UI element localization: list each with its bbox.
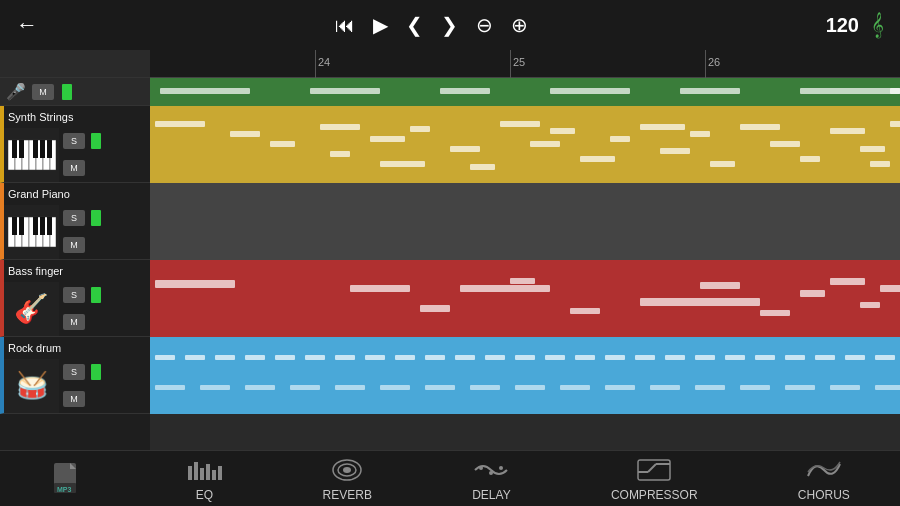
note (650, 385, 680, 390)
bass-finger-lane[interactable] (150, 260, 900, 337)
note (245, 385, 275, 390)
note (690, 131, 710, 137)
rock-drum-name: Rock drum (8, 342, 146, 354)
note (890, 88, 900, 94)
grand-piano-icon (4, 205, 59, 259)
guitar-icon: 🎸 (14, 292, 49, 325)
note (830, 278, 865, 285)
note (485, 355, 505, 360)
note (455, 355, 475, 360)
note (425, 355, 445, 360)
grand-piano-row-m: M (59, 232, 150, 259)
rock-drum-m-button[interactable]: M (63, 391, 85, 407)
synth-strings-s-button[interactable]: S (63, 133, 85, 149)
chorus-label: CHORUS (798, 488, 850, 502)
ruler-line-26 (705, 50, 706, 78)
delay-visual (473, 458, 509, 482)
note (785, 385, 815, 390)
next-button[interactable]: ❯ (441, 13, 458, 37)
synth-strings-name: Synth Strings (8, 111, 146, 123)
bass-finger-track-item[interactable]: Bass finger 🎸 S M (0, 260, 150, 337)
note (350, 285, 410, 292)
bass-finger-m-button[interactable]: M (63, 314, 85, 330)
note (215, 355, 235, 360)
rock-drum-controls: S M (59, 359, 150, 413)
reverb-button[interactable]: REVERB (323, 456, 372, 502)
svg-rect-23 (47, 217, 52, 235)
note (700, 282, 740, 289)
note (290, 385, 320, 390)
svg-point-38 (499, 466, 503, 470)
note (155, 385, 185, 390)
grand-piano-m-button[interactable]: M (63, 237, 85, 253)
master-lane[interactable] (150, 78, 900, 106)
chorus-button[interactable]: CHORUS (798, 456, 850, 502)
eq-visual (186, 458, 222, 482)
piano-icon-2 (8, 212, 56, 252)
eq-button[interactable]: EQ (186, 456, 222, 502)
chorus-visual (806, 458, 842, 482)
play-button[interactable]: ▶ (373, 13, 388, 37)
compressor-label: COMPRESSOR (611, 488, 698, 502)
back-button[interactable]: ← (16, 12, 38, 38)
ruler-mark-25: 25 (513, 56, 525, 68)
header: ← ⏮ ▶ ❮ ❯ ⊖ ⊕ 120 𝄞 (0, 0, 900, 50)
note (365, 355, 385, 360)
compressor-button[interactable]: COMPRESSOR (611, 456, 698, 502)
synth-strings-icon (4, 128, 59, 182)
note (800, 88, 900, 94)
mp3-export-button[interactable]: MP3 (50, 465, 86, 493)
zoom-out-button[interactable]: ⊖ (476, 13, 493, 37)
grand-piano-s-button[interactable]: S (63, 210, 85, 226)
note (870, 161, 890, 167)
zoom-in-button[interactable]: ⊕ (511, 13, 528, 37)
svg-rect-20 (19, 217, 24, 235)
rock-drum-track-item[interactable]: Rock drum 🥁 S M (0, 337, 150, 414)
svg-rect-22 (40, 217, 45, 235)
note (550, 128, 575, 134)
header-left: ← (16, 12, 38, 38)
note (680, 88, 740, 94)
note (310, 88, 380, 94)
note (785, 355, 805, 360)
prev-button[interactable]: ❮ (406, 13, 423, 37)
rock-drum-lane[interactable] (150, 337, 900, 414)
note (335, 385, 365, 390)
note (860, 302, 880, 308)
note (185, 355, 205, 360)
synth-strings-row-s: S (59, 128, 150, 155)
ruler-mark-26: 26 (708, 56, 720, 68)
synth-strings-lane[interactable] (150, 106, 900, 183)
delay-button[interactable]: DELAY (472, 456, 510, 502)
note (440, 88, 490, 94)
note (160, 88, 250, 94)
svg-text:MP3: MP3 (57, 486, 72, 493)
note (470, 164, 495, 170)
note (380, 385, 410, 390)
bass-finger-green-bar (91, 287, 101, 303)
synth-strings-track-item[interactable]: Synth Strings (0, 106, 150, 183)
bass-finger-s-button[interactable]: S (63, 287, 85, 303)
green-track-item: 🎤 M (0, 78, 150, 106)
note (420, 305, 450, 312)
note (510, 278, 535, 284)
rock-drum-icon: 🥁 (4, 359, 59, 413)
note (335, 355, 355, 360)
grand-piano-lane[interactable] (150, 183, 900, 260)
note (305, 355, 325, 360)
note (640, 298, 760, 306)
note (740, 124, 780, 130)
rock-drum-s-button[interactable]: S (63, 364, 85, 380)
skip-back-button[interactable]: ⏮ (335, 14, 355, 37)
metronome-icon[interactable]: 𝄞 (871, 12, 884, 38)
note (530, 141, 560, 147)
svg-rect-32 (218, 466, 222, 480)
synth-strings-m-button[interactable]: M (63, 160, 85, 176)
master-m-button[interactable]: M (32, 84, 54, 100)
main-area: 🎤 M Synth Strings (0, 50, 900, 450)
grand-piano-track-item[interactable]: Grand Piano (0, 183, 150, 260)
ruler-line-25 (510, 50, 511, 78)
delay-label: DELAY (472, 488, 510, 502)
note (370, 136, 405, 142)
note (320, 124, 360, 130)
